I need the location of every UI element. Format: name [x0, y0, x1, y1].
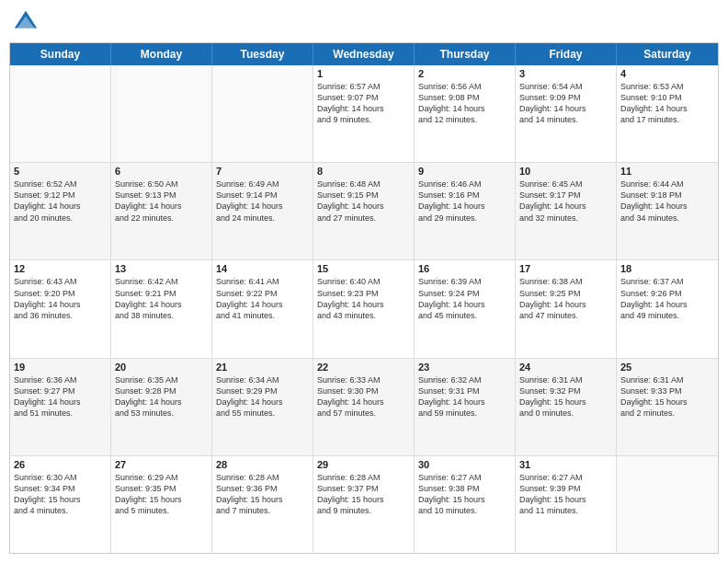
calendar-cell: 20Sunrise: 6:35 AM Sunset: 9:28 PM Dayli… [111, 359, 212, 455]
day-number: 17 [519, 263, 612, 274]
cell-info: Sunrise: 6:53 AM Sunset: 9:10 PM Dayligh… [620, 81, 714, 126]
calendar-cell: 10Sunrise: 6:45 AM Sunset: 9:17 PM Dayli… [516, 163, 617, 259]
cell-info: Sunrise: 6:50 AM Sunset: 9:13 PM Dayligh… [115, 178, 208, 224]
day-number: 13 [115, 263, 208, 274]
cell-info: Sunrise: 6:36 AM Sunset: 9:27 PM Dayligh… [14, 374, 107, 419]
cell-info: Sunrise: 6:33 AM Sunset: 9:30 PM Dayligh… [317, 374, 410, 419]
calendar-cell: 4Sunrise: 6:53 AM Sunset: 9:10 PM Daylig… [617, 65, 718, 162]
cell-info: Sunrise: 6:35 AM Sunset: 9:28 PM Dayligh… [115, 374, 208, 419]
calendar-cell: 3Sunrise: 6:54 AM Sunset: 9:09 PM Daylig… [516, 65, 617, 162]
day-number: 20 [115, 362, 208, 373]
header [9, 9, 719, 35]
cell-info: Sunrise: 6:40 AM Sunset: 9:23 PM Dayligh… [317, 276, 410, 321]
day-number: 11 [620, 166, 714, 177]
calendar-cell: 22Sunrise: 6:33 AM Sunset: 9:30 PM Dayli… [313, 359, 415, 455]
header-day-monday: Monday [111, 43, 212, 65]
cell-info: Sunrise: 6:39 AM Sunset: 9:24 PM Dayligh… [418, 276, 511, 321]
day-number: 23 [418, 362, 511, 373]
calendar-cell: 8Sunrise: 6:48 AM Sunset: 9:15 PM Daylig… [313, 163, 415, 259]
day-number: 29 [317, 459, 410, 470]
cell-info: Sunrise: 6:48 AM Sunset: 9:15 PM Dayligh… [317, 178, 410, 224]
calendar-cell [617, 456, 718, 553]
calendar-cell: 30Sunrise: 6:27 AM Sunset: 9:38 PM Dayli… [415, 456, 516, 553]
day-number: 27 [115, 459, 208, 470]
cell-info: Sunrise: 6:41 AM Sunset: 9:22 PM Dayligh… [216, 276, 309, 321]
calendar-cell: 23Sunrise: 6:32 AM Sunset: 9:31 PM Dayli… [415, 359, 516, 455]
cell-info: Sunrise: 6:34 AM Sunset: 9:29 PM Dayligh… [216, 374, 309, 419]
cell-info: Sunrise: 6:44 AM Sunset: 9:18 PM Dayligh… [620, 178, 714, 224]
calendar-cell: 26Sunrise: 6:30 AM Sunset: 9:34 PM Dayli… [10, 456, 111, 553]
cell-info: Sunrise: 6:31 AM Sunset: 9:33 PM Dayligh… [620, 374, 714, 419]
calendar-cell: 19Sunrise: 6:36 AM Sunset: 9:27 PM Dayli… [10, 359, 111, 455]
calendar-row: 26Sunrise: 6:30 AM Sunset: 9:34 PM Dayli… [10, 456, 718, 553]
calendar-cell [212, 65, 313, 162]
calendar-cell: 12Sunrise: 6:43 AM Sunset: 9:20 PM Dayli… [10, 260, 111, 357]
calendar-row: 1Sunrise: 6:57 AM Sunset: 9:07 PM Daylig… [10, 65, 718, 163]
header-day-friday: Friday [516, 43, 617, 65]
day-number: 26 [14, 459, 107, 470]
calendar-row: 12Sunrise: 6:43 AM Sunset: 9:20 PM Dayli… [10, 260, 718, 358]
cell-info: Sunrise: 6:31 AM Sunset: 9:32 PM Dayligh… [519, 374, 612, 419]
day-number: 16 [418, 263, 511, 274]
calendar-header: SundayMondayTuesdayWednesdayThursdayFrid… [10, 43, 718, 65]
logo-icon [13, 9, 39, 35]
calendar-cell: 17Sunrise: 6:38 AM Sunset: 9:25 PM Dayli… [516, 260, 617, 357]
calendar-cell: 11Sunrise: 6:44 AM Sunset: 9:18 PM Dayli… [617, 163, 718, 259]
cell-info: Sunrise: 6:43 AM Sunset: 9:20 PM Dayligh… [14, 276, 107, 321]
calendar-cell: 16Sunrise: 6:39 AM Sunset: 9:24 PM Dayli… [415, 260, 516, 357]
calendar-cell [111, 65, 212, 162]
day-number: 3 [519, 68, 612, 79]
calendar-cell: 15Sunrise: 6:40 AM Sunset: 9:23 PM Dayli… [313, 260, 415, 357]
header-day-tuesday: Tuesday [212, 43, 313, 65]
cell-info: Sunrise: 6:38 AM Sunset: 9:25 PM Dayligh… [519, 276, 612, 321]
header-day-sunday: Sunday [10, 43, 111, 65]
day-number: 14 [216, 263, 309, 274]
day-number: 30 [418, 459, 511, 470]
calendar-cell: 31Sunrise: 6:27 AM Sunset: 9:39 PM Dayli… [516, 456, 617, 553]
calendar-cell: 24Sunrise: 6:31 AM Sunset: 9:32 PM Dayli… [516, 359, 617, 455]
cell-info: Sunrise: 6:32 AM Sunset: 9:31 PM Dayligh… [418, 374, 511, 419]
calendar: SundayMondayTuesdayWednesdayThursdayFrid… [9, 42, 719, 554]
cell-info: Sunrise: 6:45 AM Sunset: 9:17 PM Dayligh… [519, 178, 612, 224]
calendar-cell: 5Sunrise: 6:52 AM Sunset: 9:12 PM Daylig… [10, 163, 111, 259]
logo [13, 9, 42, 35]
day-number: 31 [519, 459, 612, 470]
day-number: 19 [14, 362, 107, 373]
calendar-cell: 2Sunrise: 6:56 AM Sunset: 9:08 PM Daylig… [415, 65, 516, 162]
day-number: 21 [216, 362, 309, 373]
calendar-cell: 28Sunrise: 6:28 AM Sunset: 9:36 PM Dayli… [212, 456, 313, 553]
day-number: 10 [519, 166, 612, 177]
day-number: 2 [418, 68, 511, 79]
calendar-cell: 14Sunrise: 6:41 AM Sunset: 9:22 PM Dayli… [212, 260, 313, 357]
day-number: 9 [418, 166, 511, 177]
cell-info: Sunrise: 6:27 AM Sunset: 9:38 PM Dayligh… [418, 472, 511, 517]
day-number: 5 [14, 166, 107, 177]
cell-info: Sunrise: 6:30 AM Sunset: 9:34 PM Dayligh… [14, 472, 107, 517]
calendar-cell: 7Sunrise: 6:49 AM Sunset: 9:14 PM Daylig… [212, 163, 313, 259]
calendar-cell: 25Sunrise: 6:31 AM Sunset: 9:33 PM Dayli… [617, 359, 718, 455]
cell-info: Sunrise: 6:37 AM Sunset: 9:26 PM Dayligh… [620, 276, 714, 321]
header-day-saturday: Saturday [617, 43, 718, 65]
calendar-cell: 29Sunrise: 6:28 AM Sunset: 9:37 PM Dayli… [313, 456, 415, 553]
day-number: 28 [216, 459, 309, 470]
day-number: 18 [620, 263, 714, 274]
calendar-body: 1Sunrise: 6:57 AM Sunset: 9:07 PM Daylig… [10, 65, 718, 553]
day-number: 6 [115, 166, 208, 177]
day-number: 1 [317, 68, 410, 79]
day-number: 25 [620, 362, 714, 373]
cell-info: Sunrise: 6:27 AM Sunset: 9:39 PM Dayligh… [519, 472, 612, 517]
calendar-cell: 6Sunrise: 6:50 AM Sunset: 9:13 PM Daylig… [111, 163, 212, 259]
day-number: 22 [317, 362, 410, 373]
header-day-thursday: Thursday [415, 43, 516, 65]
calendar-row: 19Sunrise: 6:36 AM Sunset: 9:27 PM Dayli… [10, 359, 718, 456]
calendar-cell: 21Sunrise: 6:34 AM Sunset: 9:29 PM Dayli… [212, 359, 313, 455]
cell-info: Sunrise: 6:52 AM Sunset: 9:12 PM Dayligh… [14, 178, 107, 224]
header-day-wednesday: Wednesday [313, 43, 415, 65]
calendar-cell [10, 65, 111, 162]
cell-info: Sunrise: 6:28 AM Sunset: 9:36 PM Dayligh… [216, 472, 309, 517]
cell-info: Sunrise: 6:28 AM Sunset: 9:37 PM Dayligh… [317, 472, 410, 517]
cell-info: Sunrise: 6:49 AM Sunset: 9:14 PM Dayligh… [216, 178, 309, 224]
cell-info: Sunrise: 6:56 AM Sunset: 9:08 PM Dayligh… [418, 81, 511, 126]
day-number: 24 [519, 362, 612, 373]
day-number: 7 [216, 166, 309, 177]
